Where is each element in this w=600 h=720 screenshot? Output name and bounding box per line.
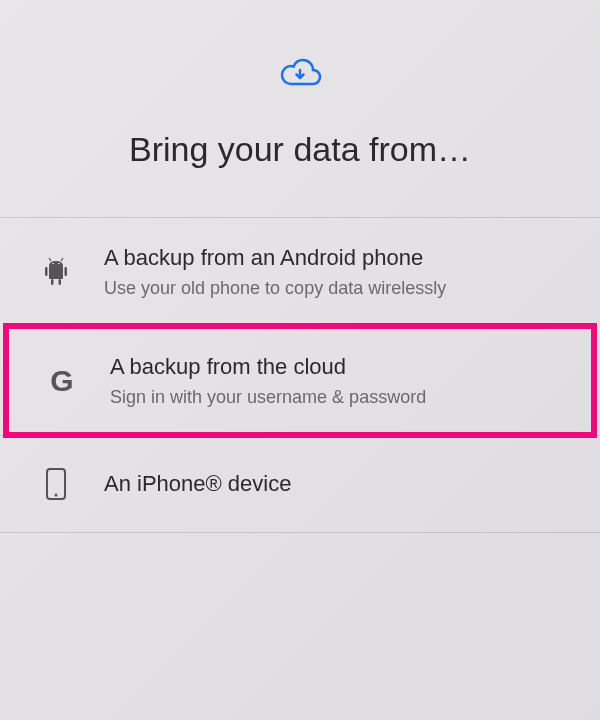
svg-rect-0 xyxy=(49,266,63,279)
svg-rect-1 xyxy=(45,267,48,276)
option-title: A backup from an Android phone xyxy=(104,244,446,273)
option-iphone[interactable]: An iPhone® device xyxy=(0,435,600,533)
svg-line-6 xyxy=(61,258,63,261)
options-list: A backup from an Android phone Use your … xyxy=(0,217,600,533)
phone-icon xyxy=(32,468,80,500)
svg-line-5 xyxy=(49,258,51,261)
svg-point-10 xyxy=(55,493,58,496)
page-title: Bring your data from… xyxy=(129,130,471,169)
cloud-download-icon xyxy=(276,50,324,98)
option-title: An iPhone® device xyxy=(104,470,291,499)
option-android-backup[interactable]: A backup from an Android phone Use your … xyxy=(0,217,600,326)
google-g-icon: G xyxy=(38,364,86,398)
svg-point-7 xyxy=(52,263,54,265)
option-cloud-backup[interactable]: G A backup from the cloud Sign in with y… xyxy=(6,326,594,435)
svg-point-8 xyxy=(58,263,60,265)
option-title: A backup from the cloud xyxy=(110,353,426,382)
svg-rect-3 xyxy=(51,279,54,285)
option-subtitle: Sign in with your username & password xyxy=(110,386,426,409)
option-subtitle: Use your old phone to copy data wireless… xyxy=(104,277,446,300)
android-icon xyxy=(32,257,80,287)
svg-rect-2 xyxy=(65,267,68,276)
svg-rect-4 xyxy=(59,279,62,285)
